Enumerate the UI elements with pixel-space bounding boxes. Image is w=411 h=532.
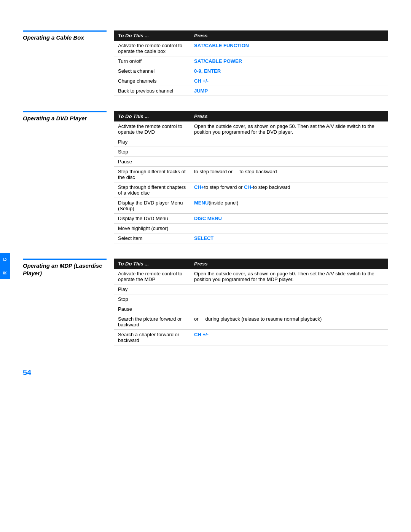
- sidebar-tabs: C R: [0, 253, 10, 279]
- dvd-table: To Do This ... Press Activate the remote…: [114, 111, 388, 243]
- mdp-row1-todo: Activate the remote control to operate t…: [114, 269, 190, 284]
- dvd-row1-press: Open the outside cover, as shown on page…: [190, 121, 388, 137]
- section-content-dvd: To Do This ... Press Activate the remote…: [114, 111, 388, 243]
- dvd-row9-press: [190, 224, 388, 233]
- dvd-row4-press: [190, 157, 388, 167]
- mdp-table-header: To Do This ... Press: [114, 259, 388, 269]
- dvd-row6-press: CH+to step forward or CH-to step backwar…: [190, 182, 388, 198]
- dvd-header-press: Press: [190, 111, 388, 121]
- cable-row5-todo: Back to previous channel: [114, 86, 190, 96]
- mdp-row4-press: [190, 304, 388, 314]
- mdp-row5-todo: Search the picture forward or backward: [114, 314, 190, 330]
- dvd-row5-press: to step forward or to step backward: [190, 167, 388, 182]
- table-row: Search a chapter forward or backward CH …: [114, 330, 388, 345]
- section-dvd-player: Operating a DVD Player To Do This ... Pr…: [23, 111, 388, 243]
- table-row: Change channels CH +/-: [114, 76, 388, 86]
- mdp-header-todo: To Do This ...: [114, 259, 190, 269]
- cable-row4-todo: Change channels: [114, 76, 190, 86]
- cable-header-press: Press: [190, 30, 388, 41]
- dvd-row2-todo: Play: [114, 137, 190, 147]
- mdp-row2-press: [190, 284, 388, 294]
- dvd-row7-todo: Display the DVD player Menu (Setup): [114, 198, 190, 214]
- mdp-row6-press: CH +/-: [190, 330, 388, 345]
- dvd-row9-todo: Move highlight (cursor): [114, 224, 190, 233]
- section-title-col-dvd: Operating a DVD Player: [23, 111, 107, 243]
- table-row: Turn on/off SAT/CABLE POWER: [114, 56, 388, 66]
- table-row: Search the picture forward or backward o…: [114, 314, 388, 330]
- dvd-row8-press: DISC MENU: [190, 214, 388, 224]
- cable-row3-todo: Select a channel: [114, 66, 190, 76]
- cable-row1-press: SAT/CABLE FUNCTION: [190, 41, 388, 56]
- table-row: Back to previous channel JUMP: [114, 86, 388, 96]
- section-title-mdp: Operating an MDP (Laserdisc Player): [23, 259, 107, 277]
- section-title-col-cable: Operating a Cable Box: [23, 30, 107, 96]
- cable-row3-press: 0-9, ENTER: [190, 66, 388, 76]
- table-row: Play: [114, 284, 388, 294]
- cable-row1-todo: Activate the remote control to operate t…: [114, 41, 190, 56]
- table-row: Display the DVD Menu DISC MENU: [114, 214, 388, 224]
- dvd-table-body: Activate the remote control to operate t…: [114, 121, 388, 243]
- section-mdp-player: Operating an MDP (Laserdisc Player) To D…: [23, 259, 388, 345]
- cable-row2-todo: Turn on/off: [114, 56, 190, 66]
- table-row: Stop: [114, 294, 388, 304]
- dvd-row10-todo: Select item: [114, 233, 190, 243]
- mdp-row3-todo: Stop: [114, 294, 190, 304]
- table-row: Step through different tracks of the dis…: [114, 167, 388, 182]
- mdp-row1-press: Open the outside cover, as shown on page…: [190, 269, 388, 284]
- dvd-table-header: To Do This ... Press: [114, 111, 388, 121]
- cable-header-todo: To Do This ...: [114, 30, 190, 41]
- table-row: Pause: [114, 304, 388, 314]
- dvd-header-todo: To Do This ...: [114, 111, 190, 121]
- mdp-row4-todo: Pause: [114, 304, 190, 314]
- dvd-row7-press: MENU(inside panel): [190, 198, 388, 214]
- mdp-header-press: Press: [190, 259, 388, 269]
- dvd-row8-todo: Display the DVD Menu: [114, 214, 190, 224]
- dvd-row1-todo: Activate the remote control to operate t…: [114, 121, 190, 137]
- mdp-row3-press: [190, 294, 388, 304]
- table-row: Select item SELECT: [114, 233, 388, 243]
- table-row: Select a channel 0-9, ENTER: [114, 66, 388, 76]
- table-row: Move highlight (cursor): [114, 224, 388, 233]
- dvd-row3-todo: Stop: [114, 147, 190, 157]
- table-row: Activate the remote control to operate t…: [114, 121, 388, 137]
- table-row: Activate the remote control to operate t…: [114, 269, 388, 284]
- table-row: Pause: [114, 157, 388, 167]
- dvd-row10-press: SELECT: [190, 233, 388, 243]
- cable-row4-press: CH +/-: [190, 76, 388, 86]
- sidebar-tab-c[interactable]: C: [0, 253, 10, 266]
- dvd-row3-press: [190, 147, 388, 157]
- table-row: Step through different chapters of a vid…: [114, 182, 388, 198]
- mdp-row5-press: or during playback (release to resume no…: [190, 314, 388, 330]
- mdp-row2-todo: Play: [114, 284, 190, 294]
- section-title-dvd: Operating a DVD Player: [23, 111, 107, 122]
- section-content-cable: To Do This ... Press Activate the remote…: [114, 30, 388, 96]
- dvd-row5-todo: Step through different tracks of the dis…: [114, 167, 190, 182]
- mdp-row6-todo: Search a chapter forward or backward: [114, 330, 190, 345]
- mdp-table-body: Activate the remote control to operate t…: [114, 269, 388, 345]
- dvd-row6-todo: Step through different chapters of a vid…: [114, 182, 190, 198]
- table-row: Stop: [114, 147, 388, 157]
- section-content-mdp: To Do This ... Press Activate the remote…: [114, 259, 388, 345]
- mdp-table: To Do This ... Press Activate the remote…: [114, 259, 388, 345]
- sidebar-tab-r[interactable]: R: [0, 267, 10, 280]
- table-row: Activate the remote control to operate t…: [114, 41, 388, 56]
- section-title-col-mdp: Operating an MDP (Laserdisc Player): [23, 259, 107, 345]
- cable-row5-press: JUMP: [190, 86, 388, 96]
- cable-table-header: To Do This ... Press: [114, 30, 388, 41]
- cable-table-body: Activate the remote control to operate t…: [114, 41, 388, 96]
- table-row: Display the DVD player Menu (Setup) MENU…: [114, 198, 388, 214]
- dvd-row2-press: [190, 137, 388, 147]
- table-row: Play: [114, 137, 388, 147]
- dvd-row4-todo: Pause: [114, 157, 190, 167]
- page-container: Operating a Cable Box To Do This ... Pre…: [0, 0, 411, 407]
- cable-row2-press: SAT/CABLE POWER: [190, 56, 388, 66]
- cable-table: To Do This ... Press Activate the remote…: [114, 30, 388, 96]
- section-cable-box: Operating a Cable Box To Do This ... Pre…: [23, 30, 388, 96]
- page-number: 54: [23, 368, 388, 377]
- section-title-cable: Operating a Cable Box: [23, 30, 107, 42]
